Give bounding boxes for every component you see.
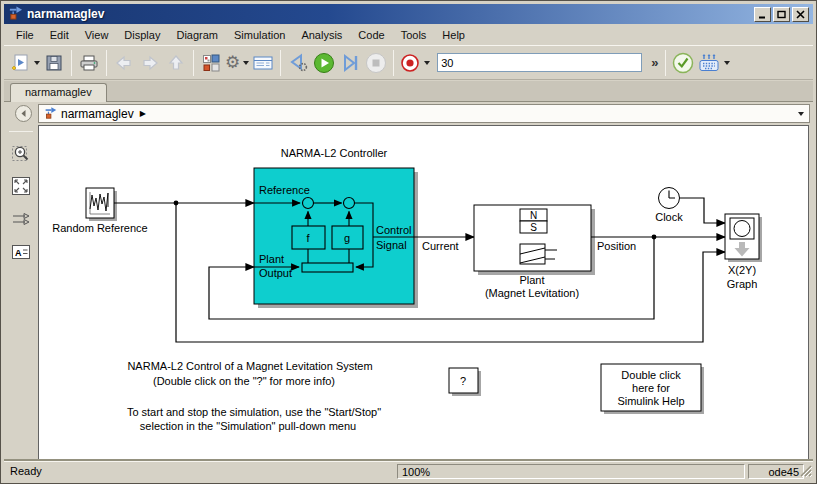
zoom-tool-button[interactable] xyxy=(8,140,34,166)
label-xy-graph-1: X(2Y) xyxy=(728,264,756,276)
breadcrumb-arrow-icon[interactable]: ▶ xyxy=(140,109,146,118)
save-button[interactable] xyxy=(42,50,66,76)
new-model-button[interactable] xyxy=(11,50,40,76)
zoom-level: 100% xyxy=(397,464,745,479)
block-random-reference[interactable] xyxy=(86,188,114,218)
menu-code[interactable]: Code xyxy=(350,27,392,43)
model-settings-button[interactable]: ⚙ xyxy=(225,50,249,76)
hide-explorer-bar-button[interactable] xyxy=(15,105,32,122)
minimize-button[interactable] xyxy=(754,7,771,22)
toolbar-overflow-chevron[interactable]: » xyxy=(648,55,661,70)
svg-text:To start and stop the simulati[interactable]: To start and stop the simulation, use th… xyxy=(127,406,381,418)
annotation-instructions[interactable]: To start and stop the simulation, use th… xyxy=(127,406,381,432)
menu-tools[interactable]: Tools xyxy=(393,27,435,43)
menu-file[interactable]: File xyxy=(8,27,42,43)
toolbar-separator xyxy=(665,50,666,76)
label-xy-graph-2: Graph xyxy=(727,278,758,290)
breadcrumb-row: narmamaglev ▶ xyxy=(4,103,813,125)
status-text: Ready xyxy=(10,465,42,477)
status-bar: Ready 100% ode45 xyxy=(4,461,813,480)
gear-icon: ⚙ xyxy=(225,54,240,71)
label-control: Control xyxy=(376,224,411,236)
block-clock[interactable] xyxy=(659,188,680,209)
menu-simulation[interactable]: Simulation xyxy=(226,27,293,43)
simulation-pacing-button[interactable] xyxy=(697,50,730,76)
palette-separator xyxy=(9,131,33,132)
svg-text:A: A xyxy=(15,248,22,258)
model-explorer-button[interactable] xyxy=(251,50,275,76)
pacing-dropdown-icon[interactable] xyxy=(724,61,730,65)
solver-name[interactable]: ode45 xyxy=(748,464,804,479)
library-browser-button[interactable] xyxy=(199,50,223,76)
menu-view[interactable]: View xyxy=(77,27,117,43)
menu-edit[interactable]: Edit xyxy=(42,27,77,43)
block-simulink-help[interactable]: Double click here for Simulink Help xyxy=(601,364,701,411)
step-forward-button[interactable] xyxy=(338,50,362,76)
toolbar-separator xyxy=(193,50,194,76)
simulink-logo-icon xyxy=(8,5,23,24)
up-to-parent-button[interactable] xyxy=(164,50,188,76)
stop-button[interactable] xyxy=(364,50,388,76)
annotation-title[interactable]: NARMA-L2 Control of a Magnet Levitation … xyxy=(127,360,372,387)
resize-grip-icon[interactable] xyxy=(799,464,812,479)
print-button[interactable] xyxy=(77,50,101,76)
menu-bar: File Edit View Display Diagram Simulatio… xyxy=(4,25,813,44)
breadcrumb[interactable]: narmamaglev ▶ xyxy=(38,104,810,123)
svg-text:selection in the "Simulation"[interactable]: selection in the "Simulation" pull-down … xyxy=(140,420,356,432)
simulink-window: narmamaglev File Edit View Display Diagr… xyxy=(0,0,817,484)
forward-button[interactable] xyxy=(138,50,162,76)
svg-text:NARMA-L2 Control of a Magnet L[interactable]: NARMA-L2 Control of a Magnet Levitation … xyxy=(127,360,372,372)
label-magnet-n: N xyxy=(530,210,537,221)
window-title: narmamaglev xyxy=(27,7,752,21)
toolbar-separator xyxy=(280,50,281,76)
update-diagram-button[interactable] xyxy=(671,50,695,76)
branch-dot xyxy=(174,201,179,206)
simulink-model-icon xyxy=(44,106,57,122)
wire-clock[interactable] xyxy=(680,198,725,223)
breadcrumb-dropdown-icon[interactable] xyxy=(798,112,804,116)
back-button[interactable] xyxy=(112,50,136,76)
close-button[interactable] xyxy=(792,7,809,22)
title-bar[interactable]: narmamaglev xyxy=(4,4,813,24)
label-plant: Plant xyxy=(259,253,284,265)
fit-to-view-button[interactable] xyxy=(8,173,34,199)
menu-diagram[interactable]: Diagram xyxy=(168,27,226,43)
step-back-button[interactable] xyxy=(286,50,310,76)
label-help-2: here for xyxy=(632,382,670,394)
signal-wires[interactable] xyxy=(114,198,725,342)
label-current: Current xyxy=(422,240,459,252)
label-plant-sub: (Magnet Levitation) xyxy=(485,287,579,299)
stop-time-input[interactable] xyxy=(437,53,642,72)
tab-narmamaglev[interactable]: narmamaglev xyxy=(10,83,107,102)
annotation-tool-button[interactable]: A xyxy=(8,239,34,265)
label-random-reference: Random Reference xyxy=(52,222,147,234)
toolbar-separator xyxy=(393,50,394,76)
settings-dropdown-icon[interactable] xyxy=(243,61,249,65)
label-output: Output xyxy=(259,267,292,279)
menu-help[interactable]: Help xyxy=(434,27,473,43)
svg-text:(Double click on the "?" for m[interactable]: (Double click on the "?" for more info) xyxy=(153,375,335,387)
menu-analysis[interactable]: Analysis xyxy=(293,27,350,43)
label-magnet-s: S xyxy=(530,222,537,233)
block-plant[interactable]: N S xyxy=(474,205,591,271)
record-dropdown-icon[interactable] xyxy=(424,61,430,65)
signal-routing-button[interactable] xyxy=(8,206,34,232)
block-question-info[interactable]: ? xyxy=(449,368,478,393)
label-help-1: Double click xyxy=(621,369,681,381)
branch-dot xyxy=(652,235,657,240)
breadcrumb-model-name[interactable]: narmamaglev xyxy=(61,107,134,121)
maximize-button[interactable] xyxy=(773,7,790,22)
label-plant-name: Plant xyxy=(519,274,544,286)
run-button[interactable] xyxy=(312,50,336,76)
block-narma-controller[interactable]: Reference Plant Output Control Signal xyxy=(254,168,414,304)
label-position: Position xyxy=(597,240,636,252)
new-model-dropdown-icon[interactable] xyxy=(34,61,40,65)
record-button[interactable] xyxy=(399,50,430,76)
model-canvas[interactable]: Random Reference NARMA-L2 Controller Ref… xyxy=(38,125,809,462)
toolbar-separator xyxy=(106,50,107,76)
block-xy-graph[interactable] xyxy=(725,214,759,259)
tab-strip: narmamaglev xyxy=(4,81,813,102)
label-g: g xyxy=(344,232,350,244)
menu-display[interactable]: Display xyxy=(116,27,168,43)
palette-bar: A xyxy=(4,125,38,461)
